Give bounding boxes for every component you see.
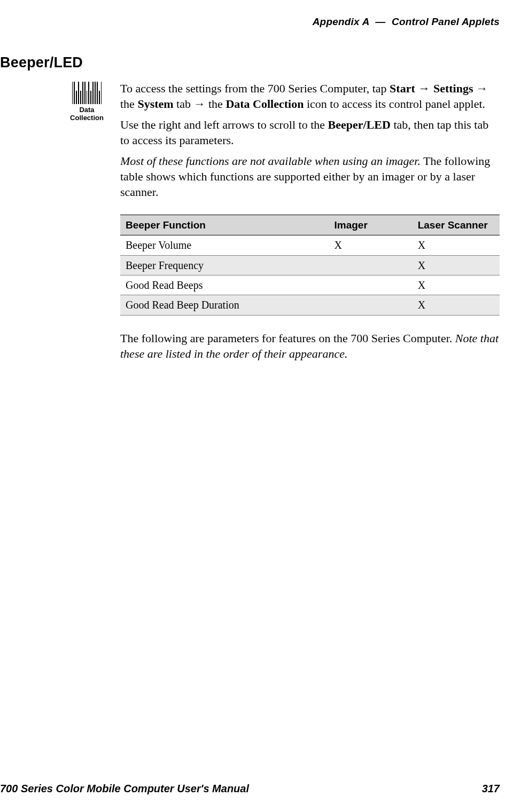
cell: Beeper Volume (120, 235, 329, 255)
header-dash: — (372, 16, 388, 27)
p3-i1: Most of these functions are not availabl… (120, 154, 421, 168)
cell: X (413, 295, 500, 315)
p1-t1: To access the settings from the 700 Seri… (120, 82, 390, 95)
footer-manual-title: 700 Series Color Mobile Computer User's … (0, 783, 249, 795)
paragraph-4: The following are parameters for feature… (120, 330, 500, 361)
p1-b1: Start (390, 82, 415, 95)
footer-page-number: 317 (482, 783, 500, 795)
p1-b2: Settings (433, 82, 473, 95)
cell (329, 275, 413, 295)
paragraph-2: Use the right and left arrows to scroll … (120, 117, 500, 148)
cell: X (413, 275, 500, 295)
cell (329, 295, 413, 315)
p1-t4: icon to access its control panel applet. (304, 97, 485, 111)
table-header-row: Beeper Function Imager Laser Scanner (120, 215, 500, 235)
header-title: Control Panel Applets (392, 16, 500, 27)
paragraph-3: Most of these functions are not availabl… (120, 153, 500, 200)
running-header: Appendix A — Control Panel Applets (0, 16, 500, 28)
th-laser: Laser Scanner (413, 215, 500, 235)
table-row: Beeper Frequency X (120, 255, 500, 275)
body-content: To access the settings from the 700 Seri… (120, 81, 500, 367)
section-title: Beeper/LED (0, 54, 500, 71)
beeper-function-table: Beeper Function Imager Laser Scanner Bee… (120, 215, 500, 316)
header-appendix: Appendix A (313, 16, 369, 27)
cell (329, 255, 413, 275)
p1-t3: tab → the (174, 97, 226, 111)
p1-arrow1: → (415, 82, 433, 95)
data-collection-icon-block: Data Collection (0, 81, 120, 122)
table-row: Good Read Beep Duration X (120, 295, 500, 315)
cell: Good Read Beeps (120, 275, 329, 295)
icon-label-line2: Collection (70, 114, 104, 122)
cell: X (413, 235, 500, 255)
cell: X (329, 235, 413, 255)
p4-t1: The following are parameters for feature… (120, 332, 455, 345)
cell: Beeper Frequency (120, 255, 329, 275)
table-row: Beeper Volume X X (120, 235, 500, 255)
paragraph-1: To access the settings from the 700 Seri… (120, 81, 500, 112)
cell: Good Read Beep Duration (120, 295, 329, 315)
p1-b3: System (137, 97, 173, 111)
p2-t1: Use the right and left arrows to scroll … (120, 118, 328, 131)
icon-label: Data Collection (70, 106, 104, 122)
p1-b4: Data Collection (225, 97, 304, 111)
page-footer: 700 Series Color Mobile Computer User's … (0, 783, 500, 795)
th-imager: Imager (329, 215, 413, 235)
icon-label-line1: Data (79, 106, 94, 114)
table-row: Good Read Beeps X (120, 275, 500, 295)
th-function: Beeper Function (120, 215, 329, 235)
p2-b1: Beeper/LED (328, 118, 391, 131)
cell: X (413, 255, 500, 275)
barcode-icon (71, 82, 103, 104)
